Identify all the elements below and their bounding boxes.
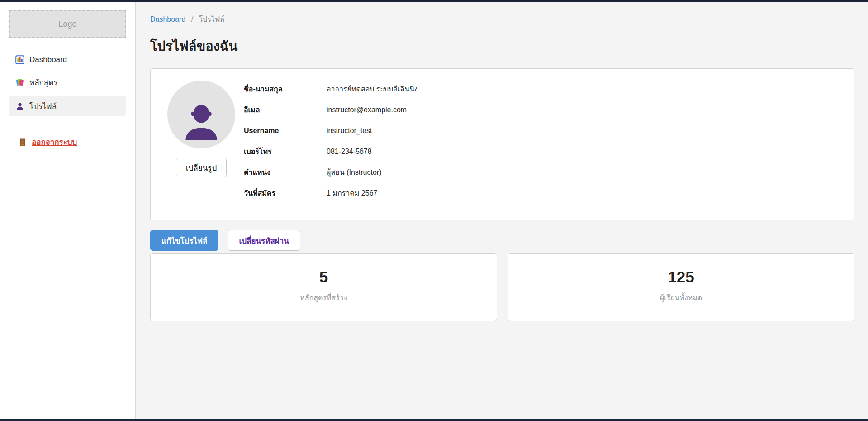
profile-field-row: Username instructor_test <box>244 125 418 137</box>
avatar <box>167 81 235 148</box>
profile-icon <box>15 102 24 111</box>
profile-fields: ชื่อ-นามสกุล อาจารย์ทดสอบ ระบบอีเลินนิ่ง… <box>244 81 418 208</box>
field-label: วันที่สมัคร <box>244 187 327 199</box>
field-label: ตำแหน่ง <box>244 167 327 178</box>
stat-card-courses-created: 5 หลักสูตรที่สร้าง <box>150 253 497 321</box>
field-label: อีเมล <box>244 104 327 116</box>
field-value: ผู้สอน (Instructor) <box>327 167 381 178</box>
profile-card: เปลี่ยนรูป ชื่อ-นามสกุล อาจารย์ทดสอบ ระบ… <box>150 68 854 220</box>
profile-field-row: ตำแหน่ง ผู้สอน (Instructor) <box>244 167 418 178</box>
stats-row: 5 หลักสูตรที่สร้าง 125 ผู้เรียนทั้งหมด <box>150 253 854 321</box>
logout-label: ออกจากระบบ <box>32 136 77 148</box>
door-icon <box>18 138 27 147</box>
field-value: 1 มกราคม 2567 <box>327 187 377 199</box>
sidebar-nav: Dashboard หลักสูตร <box>0 51 135 116</box>
logo-placeholder: Logo <box>9 10 126 38</box>
profile-field-row: อีเมล instructor@example.com <box>244 104 418 116</box>
field-label: เบอร์โทร <box>244 146 327 158</box>
change-photo-button[interactable]: เปลี่ยนรูป <box>176 158 227 177</box>
main-content: Dashboard / โปรไฟล์ โปรไฟล์ของฉัน <box>136 2 868 419</box>
sidebar: Logo Dashboard <box>0 2 136 419</box>
stat-value: 5 <box>151 268 497 286</box>
change-password-button[interactable]: เปลี่ยนรหัสผ่าน <box>228 230 300 251</box>
sidebar-item-courses[interactable]: หลักสูตร <box>9 72 126 92</box>
breadcrumb: Dashboard / โปรไฟล์ <box>150 14 854 25</box>
bottom-accent-bar <box>0 419 868 421</box>
edit-profile-button[interactable]: แก้ไขโปรไฟล์ <box>150 230 218 251</box>
stat-value: 125 <box>508 268 854 286</box>
field-value: instructor@example.com <box>327 104 407 116</box>
field-value: instructor_test <box>327 125 372 137</box>
avatar-column: เปลี่ยนรูป <box>162 81 240 208</box>
profile-field-row: ชื่อ-นามสกุล อาจารย์ทดสอบ ระบบอีเลินนิ่ง <box>244 83 418 95</box>
field-value: 081-234-5678 <box>327 146 372 158</box>
page-title: โปรไฟล์ของฉัน <box>150 36 854 57</box>
field-label: Username <box>244 125 327 137</box>
field-value: อาจารย์ทดสอบ ระบบอีเลินนิ่ง <box>327 83 418 95</box>
field-label: ชื่อ-นามสกุล <box>244 83 327 95</box>
sidebar-divider <box>9 120 126 120</box>
profile-field-row: เบอร์โทร 081-234-5678 <box>244 146 418 158</box>
courses-icon <box>15 78 24 87</box>
logout-link[interactable]: ออกจากระบบ <box>18 136 77 148</box>
logo-text: Logo <box>58 19 76 29</box>
breadcrumb-current: โปรไฟล์ <box>199 15 225 23</box>
person-silhouette-icon <box>177 98 226 148</box>
sidebar-item-dashboard[interactable]: Dashboard <box>9 51 126 68</box>
sidebar-item-profile[interactable]: โปรไฟล์ <box>9 96 126 116</box>
sidebar-item-label: โปรไฟล์ <box>29 100 57 112</box>
stat-card-total-learners: 125 ผู้เรียนทั้งหมด <box>508 253 854 321</box>
dashboard-icon <box>15 55 24 64</box>
app-window: Logo Dashboard <box>0 2 868 419</box>
breadcrumb-separator: / <box>191 15 193 23</box>
breadcrumb-dashboard-link[interactable]: Dashboard <box>150 15 185 23</box>
sidebar-item-label: หลักสูตร <box>29 76 57 88</box>
profile-actions: แก้ไขโปรไฟล์ เปลี่ยนรหัสผ่าน <box>150 230 854 251</box>
stat-label: ผู้เรียนทั้งหมด <box>508 292 854 303</box>
profile-field-row: วันที่สมัคร 1 มกราคม 2567 <box>244 187 418 199</box>
sidebar-item-label: Dashboard <box>29 55 67 64</box>
stat-label: หลักสูตรที่สร้าง <box>151 292 497 303</box>
